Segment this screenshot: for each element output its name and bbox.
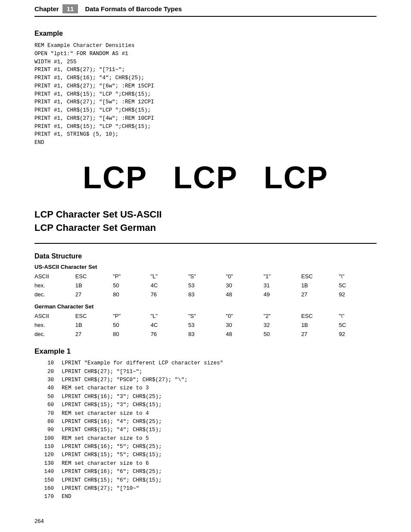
table-row: dec. 27 80 76 83 48 50 27 92 xyxy=(34,330,377,339)
cell: 80 xyxy=(113,290,150,299)
line-number: 50 xyxy=(34,393,54,401)
chapter-number: 11 xyxy=(62,4,78,13)
german-label: German Character Set xyxy=(34,303,377,310)
us-ascii-table: ASCII ESC "P" "L" "S" "0" "1" ESC "\" he… xyxy=(34,272,377,299)
cell: 1B xyxy=(75,281,113,290)
line-code: LPRINT CHR$(16); "3"; CHR$(25); xyxy=(62,393,162,401)
cell: "S" xyxy=(188,272,226,281)
line-number: 140 xyxy=(34,468,54,476)
cell: dec. xyxy=(34,330,75,339)
cell: "\" xyxy=(339,311,377,320)
page: Chapter 11 Data Formats of Barcode Types… xyxy=(0,0,411,532)
cell: 27 xyxy=(75,330,113,339)
cell: ASCII xyxy=(34,311,75,320)
line-number: 110 xyxy=(34,443,54,451)
cell: 83 xyxy=(188,330,226,339)
example1-code: 10LPRINT "Example for different LCP char… xyxy=(34,359,377,501)
line-code: LPRINT CHR$(27); "[?10~" xyxy=(62,485,139,493)
cell: "P" xyxy=(113,272,150,281)
cell: ESC xyxy=(301,272,339,281)
line-code: END xyxy=(62,493,72,501)
header-title: Data Formats of Barcode Types xyxy=(85,5,182,12)
line-number: 90 xyxy=(34,426,54,434)
cell: 80 xyxy=(113,330,150,339)
code-line: 80LPRINT CHR$(16); "4"; CHR$(25); xyxy=(34,418,377,426)
line-number: 170 xyxy=(34,493,54,501)
cell: 5C xyxy=(339,281,377,290)
cell: hex. xyxy=(34,320,75,330)
cell: 31 xyxy=(264,281,301,290)
cell: "1" xyxy=(264,272,301,281)
cell: 76 xyxy=(151,290,188,299)
table-row: hex. 1B 50 4C 53 30 32 1B 5C xyxy=(34,320,377,330)
cell: 92 xyxy=(339,290,377,299)
line-number: 100 xyxy=(34,435,54,443)
cell: 27 xyxy=(301,290,339,299)
code-line: 170END xyxy=(34,493,377,501)
cell: "0" xyxy=(226,272,263,281)
line-number: 80 xyxy=(34,418,54,426)
line-number: 30 xyxy=(34,376,54,384)
cell: 49 xyxy=(264,290,301,299)
cell: 53 xyxy=(188,320,226,330)
cell: 48 xyxy=(226,330,263,339)
cell: 53 xyxy=(188,281,226,290)
line-code: LPRINT CHR$(15); "4"; CHR$(15); xyxy=(62,426,162,434)
line-code: LPRINT CHR$(16); "4"; CHR$(25); xyxy=(62,418,162,426)
lcp-item-3: LCP xyxy=(264,160,328,195)
cell: "0" xyxy=(226,311,263,320)
line-code: REM set character size to 6 xyxy=(62,460,149,468)
cell: 83 xyxy=(188,290,226,299)
line-number: 60 xyxy=(34,401,54,409)
table-row: ASCII ESC "P" "L" "S" "0" "2" ESC "\" xyxy=(34,311,377,320)
line-code: REM set character size to 4 xyxy=(62,410,149,418)
example1-heading: Example 1 xyxy=(34,347,377,356)
cell: 32 xyxy=(264,320,301,330)
cell: "P" xyxy=(113,311,150,320)
cell: ESC xyxy=(75,311,113,320)
line-code: REM set character size to 5 xyxy=(62,435,149,443)
line-code: LPRINT CHR$(15); "6"; CHR$(15); xyxy=(62,476,162,485)
cell: 4C xyxy=(151,281,188,290)
cell: 30 xyxy=(226,281,263,290)
cell: 48 xyxy=(226,290,263,299)
line-code: LPRINT CHR$(15); "3"; CHR$(15); xyxy=(62,401,162,409)
line-number: 40 xyxy=(34,384,54,392)
lcp-title-1: LCP Character Set US-ASCII xyxy=(34,208,377,221)
line-number: 10 xyxy=(34,359,54,367)
cell: ASCII xyxy=(34,272,75,281)
lcp-item-2: LCP xyxy=(173,160,238,195)
line-number: 120 xyxy=(34,451,54,459)
line-number: 70 xyxy=(34,410,54,418)
line-number: 150 xyxy=(34,476,54,485)
lcp-item-1: LCP xyxy=(83,160,147,195)
data-structure-heading: Data Structure xyxy=(34,252,377,260)
us-ascii-label: US-ASCII Character Set xyxy=(34,264,377,270)
cell: 1B xyxy=(75,320,113,330)
cell: dec. xyxy=(34,290,75,299)
code-line: 70REM set character size to 4 xyxy=(34,410,377,418)
cell: 27 xyxy=(301,330,339,339)
code-line: 20LPRINT CHR$(27); "[?11~"; xyxy=(34,368,377,376)
cell: 50 xyxy=(113,320,150,330)
chapter-label: Chapter xyxy=(34,5,59,12)
line-number: 20 xyxy=(34,368,54,376)
cell: "L" xyxy=(151,311,188,320)
cell: 50 xyxy=(264,330,301,339)
cell: "S" xyxy=(188,311,226,320)
cell: 92 xyxy=(339,330,377,339)
example-code: REM Example Character Densities OPEN "lp… xyxy=(34,42,377,147)
cell: ESC xyxy=(301,311,339,320)
section-divider xyxy=(34,243,377,244)
cell: "\" xyxy=(339,272,377,281)
line-number: 130 xyxy=(34,460,54,468)
cell: 5C xyxy=(339,320,377,330)
cell: 30 xyxy=(226,320,263,330)
table-row: ASCII ESC "P" "L" "S" "0" "1" ESC "\" xyxy=(34,272,377,281)
cell: hex. xyxy=(34,281,75,290)
page-header: Chapter 11 Data Formats of Barcode Types xyxy=(34,0,377,17)
code-line: 50LPRINT CHR$(16); "3"; CHR$(25); xyxy=(34,393,377,401)
example-heading: Example xyxy=(34,30,377,37)
lcp-titles: LCP Character Set US-ASCII LCP Character… xyxy=(34,208,377,235)
page-number: 264 xyxy=(34,518,44,524)
